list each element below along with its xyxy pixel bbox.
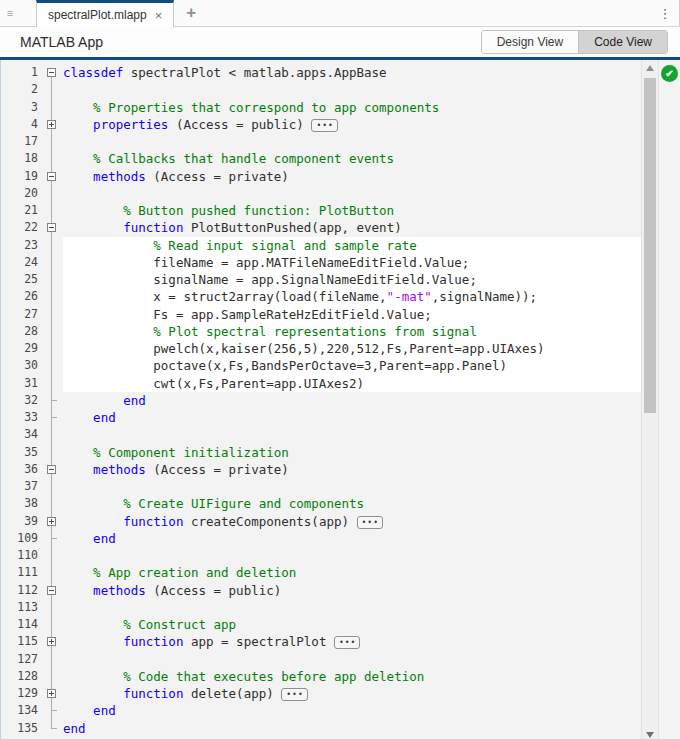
code-text[interactable] [63,547,641,564]
fold-column [41,461,63,478]
code-line: 30 poctave(x,Fs,BandsPerOctave=3,Parent=… [1,357,641,374]
line-number: 115 [1,633,41,650]
code-text[interactable] [63,133,641,150]
code-text[interactable]: fileName = app.MATFileNameEditField.Valu… [63,254,641,271]
fold-collapse-icon[interactable] [47,586,56,595]
vertical-scrollbar[interactable] [641,60,658,739]
code-text[interactable]: % Callbacks that handle component events [63,150,641,167]
code-text[interactable]: pwelch(x,kaiser(256,5),220,512,Fs,Parent… [63,340,641,357]
code-lines[interactable]: 1classdef spectralPlot < matlab.apps.App… [1,60,641,739]
tab-close-icon[interactable]: × [155,9,163,22]
line-number: 21 [1,202,41,219]
code-line: 128 % Code that executes before app dele… [1,668,641,685]
fold-expand-icon[interactable] [47,517,56,526]
code-text[interactable]: end [63,702,641,719]
fold-column [41,564,63,581]
code-line: 35 % Component initialization [1,444,641,461]
code-text[interactable]: end [63,392,641,409]
fold-column [41,237,63,254]
code-text[interactable]: function delete(app) ••• [63,685,641,702]
fold-column [41,133,63,150]
code-text[interactable]: % Plot spectral representations from sig… [63,323,641,340]
code-text[interactable] [63,651,641,668]
line-number: 22 [1,219,41,236]
code-text[interactable]: end [63,720,641,737]
code-text[interactable] [63,185,641,202]
line-number: 25 [1,271,41,288]
code-text[interactable]: end [63,409,641,426]
fold-expand-icon[interactable] [47,120,56,129]
code-line: 34 [1,426,641,443]
code-text[interactable]: % Create UIFigure and components [63,495,641,512]
line-number: 33 [1,409,41,426]
code-analyzer-status-icon[interactable]: ✔ [661,65,678,82]
fold-column [41,685,63,702]
fold-column [41,616,63,633]
code-text[interactable] [63,599,641,616]
design-view-button[interactable]: Design View [482,31,578,53]
line-number: 1 [1,64,41,81]
code-text[interactable]: methods (Access = private) [63,461,641,478]
code-text[interactable]: % App creation and deletion [63,564,641,581]
code-text[interactable]: x = struct2array(load(fileName,"-mat",si… [63,288,641,305]
tab-bar: ≡ spectralPlot.mlapp × + ⋮ [0,0,680,27]
code-text[interactable]: poctave(x,Fs,BandsPerOctave=3,Parent=app… [63,357,641,374]
collapsed-code-ellipsis-button[interactable]: ••• [334,636,360,649]
collapsed-code-ellipsis-button[interactable]: ••• [311,119,337,132]
code-text[interactable]: methods (Access = public) [63,582,641,599]
fold-collapse-icon[interactable] [47,223,56,232]
code-text[interactable]: function PlotButtonPushed(app, event) [63,219,641,236]
line-number: 34 [1,426,41,443]
fold-column [41,375,63,392]
code-text[interactable]: % Component initialization [63,444,641,461]
new-tab-button[interactable]: + [174,0,208,26]
fold-collapse-icon[interactable] [47,68,56,77]
scrollbar-thumb[interactable] [644,78,656,413]
code-line: 24 fileName = app.MATFileNameEditField.V… [1,254,641,271]
code-line: 127 [1,651,641,668]
fold-column [41,444,63,461]
fold-column [41,271,63,288]
code-text[interactable]: properties (Access = public) ••• [63,116,641,133]
code-line: 27 Fs = app.SampleRateHzEditField.Value; [1,306,641,323]
tab-strip-grip-icon[interactable]: ≡ [0,0,20,26]
code-text[interactable]: % Code that executes before app deletion [63,668,641,685]
scroll-down-arrow-icon[interactable] [646,732,654,738]
fold-column [41,495,63,512]
code-text[interactable]: % Button pushed function: PlotButton [63,202,641,219]
collapsed-code-ellipsis-button[interactable]: ••• [357,516,383,529]
fold-collapse-icon[interactable] [47,172,56,181]
line-number: 114 [1,616,41,633]
code-text[interactable]: % Properties that correspond to app comp… [63,99,641,116]
code-text[interactable] [63,426,641,443]
fold-collapse-icon[interactable] [47,465,56,474]
code-editor: 1classdef spectralPlot < matlab.apps.App… [0,60,680,739]
fold-column [41,340,63,357]
fold-column [41,702,63,719]
line-number: 23 [1,237,41,254]
code-text[interactable] [63,81,641,98]
code-line: 2 [1,81,641,98]
code-view-button[interactable]: Code View [578,31,667,53]
fold-expand-icon[interactable] [47,637,56,646]
collapsed-code-ellipsis-button[interactable]: ••• [281,688,307,701]
fold-column [41,633,63,650]
tab-bar-menu-icon[interactable]: ⋮ [651,0,679,26]
code-text[interactable]: methods (Access = private) [63,168,641,185]
line-number: 28 [1,323,41,340]
code-text[interactable]: function createComponents(app) ••• [63,513,641,530]
scroll-up-arrow-icon[interactable] [646,65,654,71]
code-text[interactable]: cwt(x,Fs,Parent=app.UIAxes2) [63,375,641,392]
code-text[interactable]: signalName = app.SignalNameEditField.Val… [63,271,641,288]
tab-spectralplot[interactable]: spectralPlot.mlapp × [36,0,174,27]
code-text[interactable] [63,478,641,495]
code-text[interactable]: Fs = app.SampleRateHzEditField.Value; [63,306,641,323]
fold-column [41,720,63,737]
code-text[interactable]: classdef spectralPlot < matlab.apps.AppB… [63,64,641,81]
code-text[interactable]: % Construct app [63,616,641,633]
code-text[interactable]: end [63,530,641,547]
code-text[interactable]: function app = spectralPlot ••• [63,633,641,650]
code-line: 20 [1,185,641,202]
code-text[interactable]: % Read input signal and sample rate [63,237,641,254]
fold-expand-icon[interactable] [47,689,56,698]
